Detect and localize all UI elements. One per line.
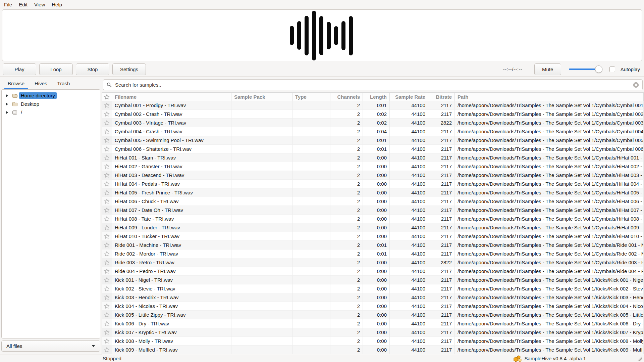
star-icon[interactable] xyxy=(104,137,110,143)
cell-path[interactable]: /home/apoorv/Downloads/TriSamples - The … xyxy=(455,223,644,232)
tree-item-label[interactable]: / xyxy=(19,109,24,116)
cell-length[interactable]: 0:00 xyxy=(363,328,390,337)
favorite-cell[interactable] xyxy=(102,206,112,215)
tree-item-label[interactable]: Desktop xyxy=(19,101,41,107)
table-row[interactable]: HiHat 002 - Ganster - TRI.wav 2 0:00 441… xyxy=(102,162,644,171)
cell-filename[interactable]: HiHat 009 - Lorider - TRI.wav xyxy=(112,223,231,232)
cell-path[interactable]: /home/apoorv/Downloads/TriSamples - The … xyxy=(455,162,644,171)
cell-sample-rate[interactable]: 44100 xyxy=(390,241,428,250)
cell-path[interactable]: /home/apoorv/Downloads/TriSamples - The … xyxy=(455,153,644,162)
cell-bitrate[interactable]: 2117 xyxy=(428,267,455,276)
cell-channels[interactable]: 2 xyxy=(330,136,363,145)
cell-path[interactable]: /home/apoorv/Downloads/TriSamples - The … xyxy=(455,311,644,319)
volume-slider-knob[interactable] xyxy=(595,65,602,73)
table-row[interactable]: HiHat 006 - Chuck - TRI.wav 2 0:00 44100… xyxy=(102,197,644,206)
table-row[interactable]: Kick 003 - Hendrix - TRI.wav 2 0:00 4410… xyxy=(102,293,644,302)
cell-channels[interactable]: 2 xyxy=(330,311,363,319)
star-icon[interactable] xyxy=(104,233,110,239)
cell-bitrate[interactable]: 2117 xyxy=(428,284,455,293)
cell-bitrate[interactable]: 2117 xyxy=(428,127,455,136)
cell-channels[interactable]: 2 xyxy=(330,215,363,223)
cell-length[interactable]: 0:02 xyxy=(363,110,390,119)
favorite-cell[interactable] xyxy=(102,180,112,188)
cell-channels[interactable]: 2 xyxy=(330,110,363,119)
cell-channels[interactable]: 2 xyxy=(330,232,363,241)
star-icon[interactable] xyxy=(104,286,110,291)
cell-sample-rate[interactable]: 44100 xyxy=(390,284,428,293)
favorite-cell[interactable] xyxy=(102,284,112,293)
star-icon[interactable] xyxy=(104,120,110,126)
cell-sample-pack[interactable] xyxy=(231,110,292,119)
cell-type[interactable] xyxy=(292,162,330,171)
cell-channels[interactable]: 2 xyxy=(330,258,363,267)
cell-type[interactable] xyxy=(292,215,330,223)
cell-channels[interactable]: 2 xyxy=(330,206,363,215)
stop-button[interactable]: Stop xyxy=(76,63,109,75)
favorite-cell[interactable] xyxy=(102,241,112,250)
cell-sample-pack[interactable] xyxy=(231,284,292,293)
favorite-cell[interactable] xyxy=(102,319,112,328)
star-icon[interactable] xyxy=(104,338,110,344)
column-header-sample-pack[interactable]: Sample Pack xyxy=(231,93,292,101)
cell-type[interactable] xyxy=(292,293,330,302)
settings-button[interactable]: Settings xyxy=(112,63,146,75)
cell-channels[interactable]: 2 xyxy=(330,284,363,293)
cell-path[interactable]: /home/apoorv/Downloads/TriSamples - The … xyxy=(455,346,644,354)
cell-filename[interactable]: Ride 002 - Mordor - TRI.wav xyxy=(112,250,231,258)
star-icon[interactable] xyxy=(104,312,110,318)
cell-filename[interactable]: HiHat 006 - Chuck - TRI.wav xyxy=(112,197,231,206)
star-icon[interactable] xyxy=(104,155,110,161)
cell-bitrate[interactable]: 2117 xyxy=(428,215,455,223)
cell-length[interactable]: 0:00 xyxy=(363,267,390,276)
cell-type[interactable] xyxy=(292,223,330,232)
cell-sample-pack[interactable] xyxy=(231,346,292,354)
table-row[interactable]: Kick 002 - Stevie - TRI.wav 2 0:00 44100… xyxy=(102,284,644,293)
star-icon[interactable] xyxy=(104,242,110,248)
cell-type[interactable] xyxy=(292,250,330,258)
cell-sample-pack[interactable] xyxy=(231,223,292,232)
cell-bitrate[interactable]: 2117 xyxy=(428,276,455,284)
cell-bitrate[interactable]: 2117 xyxy=(428,337,455,346)
volume-slider[interactable] xyxy=(569,65,602,73)
cell-sample-rate[interactable]: 44100 xyxy=(390,267,428,276)
cell-sample-rate[interactable]: 44100 xyxy=(390,188,428,197)
cell-filename[interactable]: Kick 009 - Muffled - TRI.wav xyxy=(112,346,231,354)
cell-length[interactable]: 0:00 xyxy=(363,284,390,293)
cell-bitrate[interactable]: 2117 xyxy=(428,188,455,197)
autoplay-checkbox[interactable] xyxy=(609,66,615,72)
waveform-display[interactable] xyxy=(2,9,642,61)
cell-bitrate[interactable]: 2117 xyxy=(428,232,455,241)
cell-path[interactable]: /home/apoorv/Downloads/TriSamples - The … xyxy=(455,188,644,197)
cell-type[interactable] xyxy=(292,319,330,328)
cell-path[interactable]: /home/apoorv/Downloads/TriSamples - The … xyxy=(455,258,644,267)
table-row[interactable]: Kick 008 - Molly - TRI.wav 2 0:00 44100 … xyxy=(102,337,644,346)
cell-filename[interactable]: Kick 002 - Stevie - TRI.wav xyxy=(112,284,231,293)
cell-type[interactable] xyxy=(292,232,330,241)
cell-type[interactable] xyxy=(292,267,330,276)
cell-bitrate[interactable]: 2117 xyxy=(428,319,455,328)
cell-type[interactable] xyxy=(292,145,330,153)
tab-hives[interactable]: Hives xyxy=(30,77,52,89)
cell-filename[interactable]: HiHat 005 - Fresh Prince - TRI.wav xyxy=(112,188,231,197)
cell-sample-rate[interactable]: 44100 xyxy=(390,337,428,346)
favorite-cell[interactable] xyxy=(102,153,112,162)
cell-length[interactable]: 0:01 xyxy=(363,101,390,110)
cell-sample-pack[interactable] xyxy=(231,337,292,346)
cell-channels[interactable]: 2 xyxy=(330,346,363,354)
cell-length[interactable]: 0:00 xyxy=(363,223,390,232)
cell-path[interactable]: /home/apoorv/Downloads/TriSamples - The … xyxy=(455,110,644,119)
cell-path[interactable]: /home/apoorv/Downloads/TriSamples - The … xyxy=(455,119,644,127)
cell-sample-pack[interactable] xyxy=(231,171,292,180)
cell-sample-pack[interactable] xyxy=(231,232,292,241)
cell-path[interactable]: /home/apoorv/Downloads/TriSamples - The … xyxy=(455,197,644,206)
favorite-cell[interactable] xyxy=(102,162,112,171)
cell-bitrate[interactable]: 2117 xyxy=(428,145,455,153)
column-header-favorite[interactable] xyxy=(102,93,112,101)
cell-bitrate[interactable]: 2117 xyxy=(428,241,455,250)
cell-length[interactable]: 0:00 xyxy=(363,206,390,215)
cell-bitrate[interactable]: 2117 xyxy=(428,302,455,311)
favorite-cell[interactable] xyxy=(102,250,112,258)
cell-sample-rate[interactable]: 44100 xyxy=(390,346,428,354)
cell-sample-pack[interactable] xyxy=(231,258,292,267)
cell-length[interactable]: 0:00 xyxy=(363,293,390,302)
